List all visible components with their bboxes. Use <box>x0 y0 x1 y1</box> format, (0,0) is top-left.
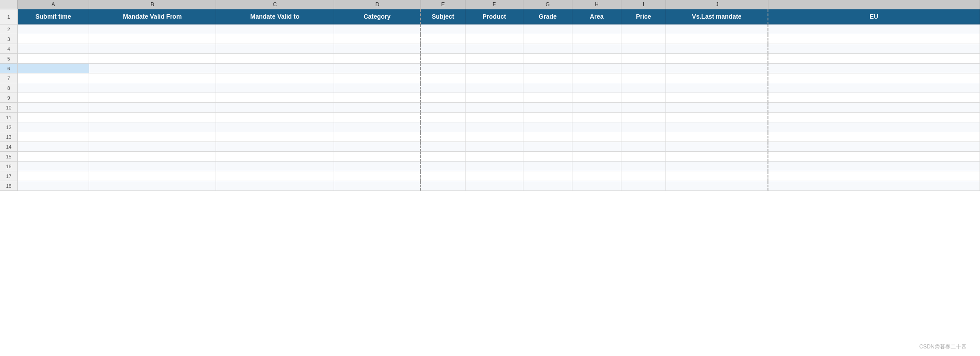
cell-b6[interactable] <box>89 64 216 73</box>
cell-g12[interactable] <box>523 122 572 132</box>
cell-a10[interactable] <box>18 103 89 113</box>
cell-g3[interactable] <box>523 34 572 44</box>
cell-i4[interactable] <box>621 44 666 54</box>
cell-e12[interactable] <box>421 122 466 132</box>
cell-i8[interactable] <box>621 83 666 93</box>
cell-c2[interactable] <box>216 24 334 34</box>
cell-g8[interactable] <box>523 83 572 93</box>
table-row[interactable]: 16 <box>0 162 980 171</box>
cell-a9[interactable] <box>18 93 89 103</box>
cell-f4[interactable] <box>466 44 523 54</box>
cell-h12[interactable] <box>572 122 621 132</box>
cell-i16[interactable] <box>621 162 666 171</box>
col-header-k[interactable] <box>768 0 980 9</box>
cell-k15[interactable] <box>768 152 980 162</box>
cell-e7[interactable] <box>421 73 466 83</box>
cell-c10[interactable] <box>216 103 334 113</box>
cell-c17[interactable] <box>216 171 334 181</box>
cell-e15[interactable] <box>421 152 466 162</box>
col-header-d[interactable]: D <box>334 0 421 9</box>
cell-b9[interactable] <box>89 93 216 103</box>
col-header-f[interactable]: F <box>466 0 523 9</box>
cell-d18[interactable] <box>334 181 421 191</box>
table-row[interactable]: 12 <box>0 122 980 132</box>
cell-e9[interactable] <box>421 93 466 103</box>
cell-b3[interactable] <box>89 34 216 44</box>
cell-j8[interactable] <box>666 83 768 93</box>
cell-h15[interactable] <box>572 152 621 162</box>
cell-b15[interactable] <box>89 152 216 162</box>
cell-i7[interactable] <box>621 73 666 83</box>
header-category[interactable]: Category <box>334 9 421 24</box>
cell-b13[interactable] <box>89 132 216 142</box>
cell-e10[interactable] <box>421 103 466 113</box>
cell-c12[interactable] <box>216 122 334 132</box>
cell-i6[interactable] <box>621 64 666 73</box>
cell-h5[interactable] <box>572 54 621 64</box>
cell-j13[interactable] <box>666 132 768 142</box>
cell-f11[interactable] <box>466 113 523 122</box>
header-subject[interactable]: Subject <box>421 9 466 24</box>
cell-h4[interactable] <box>572 44 621 54</box>
cell-b16[interactable] <box>89 162 216 171</box>
cell-d4[interactable] <box>334 44 421 54</box>
header-grade[interactable]: Grade <box>523 9 572 24</box>
cell-f8[interactable] <box>466 83 523 93</box>
table-row[interactable]: 18 <box>0 181 980 191</box>
cell-k16[interactable] <box>768 162 980 171</box>
cell-j4[interactable] <box>666 44 768 54</box>
col-header-c[interactable]: C <box>216 0 334 9</box>
cell-a4[interactable] <box>18 44 89 54</box>
cell-a13[interactable] <box>18 132 89 142</box>
cell-h10[interactable] <box>572 103 621 113</box>
cell-b11[interactable] <box>89 113 216 122</box>
cell-c18[interactable] <box>216 181 334 191</box>
cell-f16[interactable] <box>466 162 523 171</box>
cell-g2[interactable] <box>523 24 572 34</box>
cell-j5[interactable] <box>666 54 768 64</box>
cell-d15[interactable] <box>334 152 421 162</box>
cell-f3[interactable] <box>466 34 523 44</box>
cell-h7[interactable] <box>572 73 621 83</box>
cell-d9[interactable] <box>334 93 421 103</box>
cell-i3[interactable] <box>621 34 666 44</box>
table-row[interactable]: 8 <box>0 83 980 93</box>
cell-e14[interactable] <box>421 142 466 152</box>
cell-g11[interactable] <box>523 113 572 122</box>
cell-b18[interactable] <box>89 181 216 191</box>
header-mandate-valid-from[interactable]: Mandate Valid From <box>89 9 216 24</box>
header-eu[interactable]: EU <box>768 9 980 24</box>
cell-j16[interactable] <box>666 162 768 171</box>
cell-c16[interactable] <box>216 162 334 171</box>
cell-a5[interactable] <box>18 54 89 64</box>
cell-j3[interactable] <box>666 34 768 44</box>
cell-b12[interactable] <box>89 122 216 132</box>
cell-k6[interactable] <box>768 64 980 73</box>
cell-i2[interactable] <box>621 24 666 34</box>
cell-d10[interactable] <box>334 103 421 113</box>
col-header-j[interactable]: J <box>666 0 768 9</box>
cell-e18[interactable] <box>421 181 466 191</box>
col-header-h[interactable]: H <box>572 0 621 9</box>
table-row[interactable]: 10 <box>0 103 980 113</box>
cell-e5[interactable] <box>421 54 466 64</box>
cell-i11[interactable] <box>621 113 666 122</box>
header-submit-time[interactable]: Submit time <box>18 9 89 24</box>
cell-f7[interactable] <box>466 73 523 83</box>
cell-d8[interactable] <box>334 83 421 93</box>
cell-c14[interactable] <box>216 142 334 152</box>
cell-e8[interactable] <box>421 83 466 93</box>
cell-g13[interactable] <box>523 132 572 142</box>
cell-a3[interactable] <box>18 34 89 44</box>
cell-j7[interactable] <box>666 73 768 83</box>
table-row[interactable]: 14 <box>0 142 980 152</box>
cell-b4[interactable] <box>89 44 216 54</box>
cell-g5[interactable] <box>523 54 572 64</box>
cell-g9[interactable] <box>523 93 572 103</box>
cell-a18[interactable] <box>18 181 89 191</box>
cell-k14[interactable] <box>768 142 980 152</box>
cell-k3[interactable] <box>768 34 980 44</box>
cell-d12[interactable] <box>334 122 421 132</box>
table-row[interactable]: 6 <box>0 64 980 73</box>
cell-a2[interactable] <box>18 24 89 34</box>
